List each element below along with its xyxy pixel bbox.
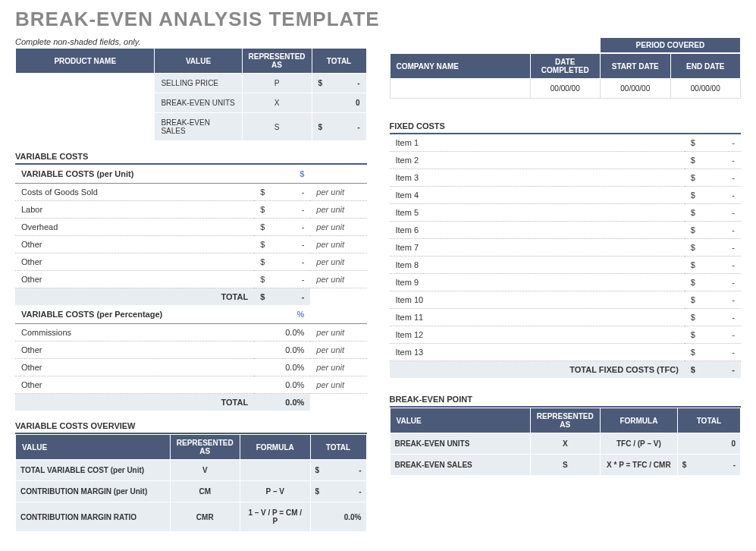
fixed-item-label[interactable]: Item 13 xyxy=(390,344,685,361)
vc-item-value[interactable]: $- xyxy=(254,219,310,236)
vc-unit-total-label: TOTAL xyxy=(15,288,254,306)
vc-pct-label[interactable]: Other xyxy=(15,376,254,394)
table-row: Labor $- per unit xyxy=(15,201,367,219)
fixed-item-value[interactable]: $- xyxy=(685,204,741,222)
be-total: 0 xyxy=(677,433,740,455)
vc-pct-header: VARIABLE COSTS (per Percentage) xyxy=(15,305,254,324)
right-column: PERIOD COVERED COMPANY NAME DATE COMPLET… xyxy=(390,37,742,532)
overview-rep: CM xyxy=(170,481,240,502)
vc-pct-unit: per unit xyxy=(310,376,366,394)
vc-pct-value[interactable]: 0.0% xyxy=(254,324,310,342)
vc-pct-label[interactable]: Other xyxy=(15,359,254,376)
fixed-item-value[interactable]: $- xyxy=(685,187,741,204)
fixed-item-label[interactable]: Item 2 xyxy=(390,152,685,169)
table-row: BREAK-EVEN SALES S X * P = TFC / CMR $- xyxy=(390,455,741,476)
fixed-costs-title: FIXED COSTS xyxy=(390,115,742,134)
vc-item-value[interactable]: $- xyxy=(254,253,310,271)
total-header: TOTAL xyxy=(312,49,366,74)
fixed-item-label[interactable]: Item 5 xyxy=(390,204,685,222)
end-date-header: END DATE xyxy=(670,54,741,79)
be-formula: X * P = TFC / CMR xyxy=(601,455,678,476)
fixed-item-value[interactable]: $- xyxy=(685,344,741,361)
fixed-item-value[interactable]: $- xyxy=(685,169,741,187)
product-table: PRODUCT NAME VALUE REPRESENTED AS TOTAL … xyxy=(15,48,367,141)
vc-item-value[interactable]: $- xyxy=(254,184,310,201)
fixed-item-label[interactable]: Item 11 xyxy=(390,309,685,326)
product-name-header: PRODUCT NAME xyxy=(16,49,155,74)
fixed-item-label[interactable]: Item 9 xyxy=(390,274,685,291)
product-name-cell[interactable] xyxy=(16,74,155,141)
vc-item-label[interactable]: Overhead xyxy=(15,219,254,236)
company-name-cell[interactable] xyxy=(390,79,530,99)
fixed-item-value[interactable]: $- xyxy=(685,222,741,239)
vc-item-label[interactable]: Labor xyxy=(15,201,254,219)
selling-price-label: SELLING PRICE xyxy=(155,74,242,93)
table-row: Item 10 $- xyxy=(390,291,742,309)
fixed-item-label[interactable]: Item 6 xyxy=(390,222,685,239)
fixed-item-label[interactable]: Item 8 xyxy=(390,257,685,274)
fixed-item-label[interactable]: Item 12 xyxy=(390,326,685,344)
variable-costs-title: VARIABLE COSTS xyxy=(15,146,367,165)
fixed-item-value[interactable]: $- xyxy=(685,274,741,291)
left-column: Complete non-shaded fields, only. PRODUC… xyxy=(15,37,367,532)
selling-price-total: $- xyxy=(312,74,366,93)
vc-item-unit: per unit xyxy=(310,271,366,288)
overview-formula xyxy=(240,460,311,481)
vc-item-label[interactable]: Costs of Goods Sold xyxy=(15,184,254,201)
vc-item-value[interactable]: $- xyxy=(254,271,310,288)
value-header: VALUE xyxy=(155,49,242,74)
vc-item-value[interactable]: $- xyxy=(254,236,310,253)
fixed-item-label[interactable]: Item 10 xyxy=(390,291,685,309)
vc-pct-value[interactable]: 0.0% xyxy=(254,359,310,376)
vc-unit-symbol: $ xyxy=(254,165,310,184)
vc-pct-label[interactable]: Commissions xyxy=(15,324,254,342)
fixed-item-value[interactable]: $- xyxy=(685,152,741,169)
overview-table: VALUE REPRESENTED AS FORMULA TOTAL TOTAL… xyxy=(15,434,367,532)
vc-pct-value[interactable]: 0.0% xyxy=(254,376,310,394)
fixed-item-value[interactable]: $- xyxy=(685,257,741,274)
vc-item-label[interactable]: Other xyxy=(15,253,254,271)
table-row: Item 6 $- xyxy=(390,222,742,239)
be-rep: S xyxy=(530,455,601,476)
beu-rep: X xyxy=(242,93,312,113)
vc-pct-value[interactable]: 0.0% xyxy=(254,342,310,359)
table-row: 00/00/00 00/00/00 00/00/00 xyxy=(390,79,741,99)
fixed-item-label[interactable]: Item 1 xyxy=(390,134,685,152)
date-completed-cell[interactable]: 00/00/00 xyxy=(530,79,601,99)
vc-unit-header: VARIABLE COSTS (per Unit) xyxy=(15,165,254,184)
vc-item-unit: per unit xyxy=(310,201,366,219)
table-row: Item 9 $- xyxy=(390,274,742,291)
beu-total: 0 xyxy=(312,93,366,113)
fixed-item-value[interactable]: $- xyxy=(685,309,741,326)
table-row: Other $- per unit xyxy=(15,271,367,288)
rep-header: REPRESENTED AS xyxy=(242,49,312,74)
vc-item-value[interactable]: $- xyxy=(254,201,310,219)
vc-pct-label[interactable]: Other xyxy=(15,342,254,359)
vc-pct-symbol: % xyxy=(254,305,310,324)
vc-item-label[interactable]: Other xyxy=(15,236,254,253)
vc-pct-total-label: TOTAL xyxy=(15,394,254,411)
breakeven-title: BREAK-EVEN POINT xyxy=(390,389,742,408)
fixed-item-value[interactable]: $- xyxy=(685,291,741,309)
fixed-item-value[interactable]: $- xyxy=(685,134,741,152)
overview-total-header: TOTAL xyxy=(310,435,366,460)
vc-item-unit: per unit xyxy=(310,253,366,271)
fixed-item-label[interactable]: Item 4 xyxy=(390,187,685,204)
table-row: Other $- per unit xyxy=(15,236,367,253)
table-row: Item 3 $- xyxy=(390,169,742,187)
vc-item-unit: per unit xyxy=(310,219,366,236)
be-formula: TFC / (P – V) xyxy=(601,433,678,455)
bes-label: BREAK-EVEN SALES xyxy=(155,113,242,141)
company-table: COMPANY NAME DATE COMPLETED START DATE E… xyxy=(390,53,742,99)
fixed-item-value[interactable]: $- xyxy=(685,239,741,257)
fixed-item-label[interactable]: Item 3 xyxy=(390,169,685,187)
fixed-item-value[interactable]: $- xyxy=(685,326,741,344)
vc-pct-unit: per unit xyxy=(310,342,366,359)
fixed-item-label[interactable]: Item 7 xyxy=(390,239,685,257)
end-date-cell[interactable]: 00/00/00 xyxy=(670,79,741,99)
overview-rep: V xyxy=(170,460,240,481)
period-covered-label: PERIOD COVERED xyxy=(600,38,740,53)
vc-item-label[interactable]: Other xyxy=(15,271,254,288)
start-date-cell[interactable]: 00/00/00 xyxy=(601,79,671,99)
table-row: Item 8 $- xyxy=(390,257,742,274)
